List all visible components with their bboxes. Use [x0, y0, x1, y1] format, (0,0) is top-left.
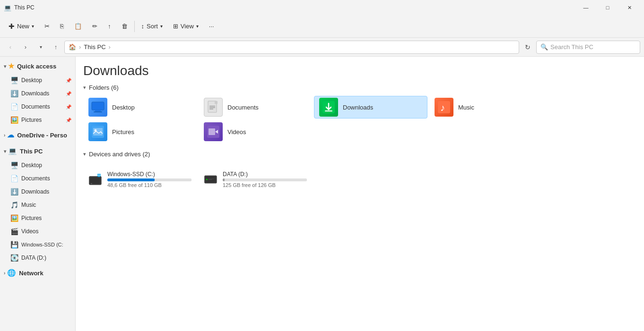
folder-desktop-name: Desktop: [112, 104, 135, 111]
network-label: Network: [19, 270, 43, 277]
toolbar: ✚ New ▾ ✂ ⎘ 📋 ✏ ↑ 🗑 ↕ Sort ▾ ⊞ View ▾ ··…: [0, 15, 644, 38]
thispc-videos-icon: 🎬: [10, 228, 18, 235]
folder-videos-name: Videos: [227, 128, 246, 136]
sidebar-item-thispc-data[interactable]: 💽 DATA (D:): [1, 251, 74, 264]
folder-videos[interactable]: Videos: [199, 120, 312, 143]
back-button[interactable]: ‹: [4, 41, 17, 54]
thispc-label: This PC: [20, 148, 43, 155]
pictures-icon: 🖼️: [10, 116, 18, 124]
drive-data[interactable]: DATA (D:) 125 GB free of 126 GB: [199, 162, 312, 196]
toolbar-separator: [134, 21, 135, 32]
sidebar-item-thispc-videos[interactable]: 🎬 Videos: [1, 225, 74, 238]
folder-pictures-icon: [88, 122, 107, 141]
folder-desktop[interactable]: Desktop: [83, 96, 197, 119]
dropdown-button[interactable]: ▾: [34, 41, 47, 54]
folders-section-header[interactable]: ▾ Folders (6): [83, 84, 636, 91]
sidebar-header-thispc[interactable]: ▾ 💻 This PC: [1, 144, 74, 159]
view-label: View: [181, 23, 194, 30]
folder-documents-name: Documents: [227, 104, 259, 111]
close-button[interactable]: ✕: [618, 0, 640, 15]
minimize-button[interactable]: —: [575, 0, 597, 15]
folder-pictures[interactable]: Pictures: [83, 120, 197, 143]
delete-button[interactable]: 🗑: [117, 18, 132, 35]
sort-button[interactable]: ↕ Sort ▾: [137, 18, 167, 35]
thispc-music-label: Music: [21, 202, 36, 208]
drive-data-icon: [204, 172, 219, 187]
folder-music-name: Music: [458, 104, 474, 111]
sidebar-item-thispc-downloads[interactable]: ⬇️ Downloads: [1, 185, 74, 198]
cut-button[interactable]: ✂: [40, 18, 54, 35]
thispc-pictures-label: Pictures: [21, 215, 42, 221]
copy-icon: ⎘: [60, 23, 64, 30]
drive-windows-free: 48,6 GB free of 110 GB: [107, 182, 191, 188]
svg-rect-20: [91, 183, 92, 184]
copy-button[interactable]: ⎘: [55, 18, 69, 35]
drive-windows-icon: [88, 172, 104, 187]
svg-text:♪: ♪: [440, 102, 445, 113]
folder-desktop-icon: [88, 98, 107, 117]
refresh-button[interactable]: ↻: [521, 41, 534, 54]
new-button[interactable]: ✚ New ▾: [4, 18, 39, 35]
drive-windows-info: Windows-SSD (C:) 48,6 GB free of 110 GB: [107, 171, 191, 188]
folder-music[interactable]: ♪ Music: [429, 96, 543, 119]
sidebar-item-pictures[interactable]: 🖼️ Pictures 📌: [1, 113, 74, 127]
sidebar-item-thispc-desktop[interactable]: 🖥️ Desktop: [1, 159, 74, 172]
window-controls: — □ ✕: [575, 0, 640, 15]
sidebar-item-thispc-documents[interactable]: 📄 Documents: [1, 172, 74, 185]
sidebar-item-documents[interactable]: 📄 Documents 📌: [1, 100, 74, 113]
rename-button[interactable]: ✏: [87, 18, 102, 35]
view-button[interactable]: ⊞ View ▾: [168, 18, 203, 35]
folder-documents[interactable]: Documents: [199, 96, 312, 119]
view-icon: ⊞: [173, 23, 178, 30]
svg-rect-27: [209, 178, 215, 179]
devices-section-title: Devices and drives (2): [89, 151, 150, 158]
share-button[interactable]: ↑: [103, 18, 116, 35]
forward-button[interactable]: ›: [19, 41, 32, 54]
up-button[interactable]: ↑: [49, 41, 62, 54]
delete-icon: 🗑: [122, 23, 128, 30]
sidebar-item-thispc-music[interactable]: 🎵 Music: [1, 198, 74, 212]
svg-rect-2: [94, 111, 102, 112]
thispc-data-icon: 💽: [10, 254, 18, 262]
maximize-button[interactable]: □: [597, 0, 618, 15]
folders-chevron: ▾: [83, 85, 86, 91]
search-icon: 🔍: [540, 43, 548, 51]
desktop-icon: 🖥️: [10, 76, 18, 84]
svg-rect-0: [92, 102, 104, 110]
share-icon: ↑: [108, 23, 111, 30]
paste-button[interactable]: 📋: [70, 18, 87, 35]
quickaccess-label: Quick access: [17, 63, 56, 70]
cut-icon: ✂: [44, 23, 50, 30]
pin-icon3: 📌: [66, 104, 71, 110]
breadcrumb-home[interactable]: 🏠: [69, 43, 76, 51]
sidebar-item-thispc-pictures[interactable]: 🖼️ Pictures: [1, 212, 74, 225]
drive-data-free: 125 GB free of 126 GB: [223, 182, 307, 188]
downloads-icon: ⬇️: [10, 90, 18, 97]
devices-grid: Windows-SSD (C:) 48,6 GB free of 110 GB: [83, 162, 636, 196]
address-bar[interactable]: 🏠 › This PC ›: [64, 41, 519, 54]
folder-music-icon: ♪: [435, 98, 453, 117]
folder-downloads[interactable]: Downloads: [314, 96, 427, 119]
addressbar-row: ‹ › ▾ ↑ 🏠 › This PC › ↻ 🔍 Search This PC: [0, 38, 644, 57]
svg-rect-16: [209, 128, 215, 135]
breadcrumb-thispc[interactable]: This PC: [84, 43, 105, 51]
new-label: New: [17, 23, 29, 30]
view-chevron: ▾: [196, 24, 199, 29]
sidebar-item-thispc-windowsssd[interactable]: 💾 Windows-SSD (C:: [1, 238, 74, 251]
sidebar-header-network[interactable]: › 🌐 Network: [1, 265, 74, 280]
pin-icon: 📌: [66, 78, 71, 83]
more-button[interactable]: ···: [204, 18, 219, 35]
devices-section-header[interactable]: ▾ Devices and drives (2): [83, 151, 636, 158]
sidebar: ▾ ★ Quick access 🖥️ Desktop 📌 ⬇️ Downloa…: [0, 57, 76, 331]
sidebar-header-onedrive[interactable]: › ☁ OneDrive - Perso: [1, 127, 74, 143]
folders-grid: Desktop Documents: [83, 96, 636, 143]
search-box[interactable]: 🔍 Search This PC: [536, 41, 640, 54]
network-icon: 🌐: [7, 269, 16, 277]
sidebar-header-quickaccess[interactable]: ▾ ★ Quick access: [1, 59, 74, 74]
thispc-documents-label: Documents: [21, 175, 50, 182]
drive-windows-ssd[interactable]: Windows-SSD (C:) 48,6 GB free of 110 GB: [83, 162, 197, 196]
sidebar-documents-label: Documents: [21, 103, 50, 110]
more-icon: ···: [209, 23, 214, 30]
sidebar-item-desktop[interactable]: 🖥️ Desktop 📌: [1, 74, 74, 87]
sidebar-item-downloads[interactable]: ⬇️ Downloads 📌: [1, 87, 74, 100]
